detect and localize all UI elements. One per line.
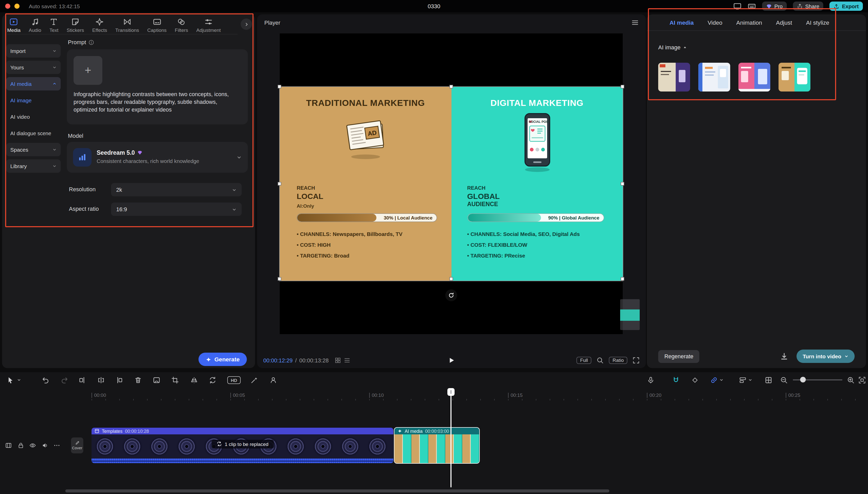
tab-video[interactable]: Video: [707, 20, 722, 26]
pro-badge[interactable]: Pro: [762, 2, 787, 11]
tab-adjustment[interactable]: Adjustment: [196, 17, 221, 33]
ai-image-thumbnail-4[interactable]: [778, 63, 810, 92]
chevron-down-icon[interactable]: [15, 374, 23, 386]
cover-button[interactable]: Cover: [71, 437, 83, 453]
zoom-out-icon[interactable]: [777, 374, 790, 386]
turn-into-video-button[interactable]: Turn into video: [796, 349, 855, 363]
sidebar-item-spaces[interactable]: Spaces: [6, 143, 61, 156]
selection-handle[interactable]: [621, 85, 624, 89]
sidebar-item-ai-image[interactable]: AI image: [6, 94, 61, 107]
hd-badge[interactable]: HD: [227, 376, 241, 384]
tab-effects[interactable]: Effects: [92, 17, 107, 33]
list-view-icon[interactable]: [344, 357, 350, 363]
preview-axis-icon[interactable]: [762, 374, 774, 386]
crop-icon[interactable]: [169, 374, 181, 386]
select-tool[interactable]: [4, 374, 16, 386]
tab-text[interactable]: Text: [49, 17, 58, 33]
generate-button[interactable]: Generate: [199, 353, 247, 366]
ai-image-thumbnail-3[interactable]: [738, 63, 770, 92]
export-button[interactable]: Export: [830, 2, 863, 11]
selection-handle[interactable]: [449, 277, 453, 281]
selection-handle[interactable]: [621, 277, 624, 281]
sidebar-item-import[interactable]: Import: [6, 44, 61, 58]
magic-wand-icon[interactable]: [248, 374, 260, 386]
mask-icon[interactable]: [150, 374, 163, 386]
zoom-in-icon[interactable]: [844, 374, 857, 386]
timeline-scrollbar[interactable]: [65, 489, 609, 492]
ratio-button[interactable]: Ratio: [609, 357, 627, 364]
play-button[interactable]: [448, 357, 455, 364]
hide-track-icon[interactable]: [26, 439, 39, 451]
timeline-clip-templates[interactable]: Templates 00:00:10:28 1 clip to be repla…: [92, 428, 393, 463]
selection-handle[interactable]: [449, 85, 453, 89]
tab-ai-stylize[interactable]: AI stylize: [806, 20, 829, 26]
model-selector[interactable]: Seedream 5.0 Consistent characters, rich…: [67, 142, 248, 173]
keyboard-shortcuts-icon[interactable]: [748, 2, 756, 10]
fullscreen-icon[interactable]: [633, 357, 640, 364]
main-track-icon[interactable]: [2, 439, 14, 451]
split-left-icon[interactable]: [76, 374, 89, 386]
canvas-image[interactable]: TRADITIONAL MARKETING AD REACH LOCAL: [280, 87, 623, 281]
sidebar-item-ai-video[interactable]: AI video: [6, 110, 61, 124]
tab-captions[interactable]: Captions: [147, 17, 167, 33]
tab-adjust[interactable]: Adjust: [776, 20, 792, 26]
display-settings-icon[interactable]: [733, 2, 741, 10]
more-options-icon[interactable]: [51, 439, 63, 451]
ai-image-section-header[interactable]: AI image: [658, 44, 687, 50]
sidebar-item-library[interactable]: Library: [6, 159, 61, 173]
split-icon[interactable]: [95, 374, 107, 386]
tab-animation[interactable]: Animation: [736, 20, 762, 26]
full-screen-preview-button[interactable]: Full: [577, 357, 591, 364]
redo-icon[interactable]: [58, 374, 71, 386]
magnet-snapping-icon[interactable]: [669, 374, 682, 386]
lock-track-icon[interactable]: [14, 439, 27, 451]
split-right-icon[interactable]: [113, 374, 125, 386]
fit-zoom-icon[interactable]: [597, 357, 604, 364]
timeline-clip-ai-media[interactable]: AI media 00:00:03:00: [394, 428, 479, 463]
timeline-ruler[interactable]: [0, 391, 868, 400]
keyframe-icon[interactable]: [688, 374, 701, 386]
chevron-down-icon[interactable]: [718, 374, 725, 386]
sidebar-item-ai-dialogue-scene[interactable]: AI dialogue scene: [6, 127, 61, 140]
canvas-scroll-indicator[interactable]: [620, 299, 640, 330]
tab-filters[interactable]: Filters: [175, 17, 188, 33]
more-tabs-button[interactable]: [241, 19, 252, 30]
tab-transitions[interactable]: Transitions: [115, 17, 139, 33]
selection-handle[interactable]: [278, 182, 281, 186]
reference-image-upload[interactable]: +: [74, 56, 102, 85]
record-voiceover-icon[interactable]: [644, 374, 657, 386]
ai-image-thumbnail-1[interactable]: [658, 63, 690, 92]
aspect-ratio-select[interactable]: 16:9: [111, 203, 242, 216]
tab-ai-media[interactable]: AI media: [669, 20, 694, 26]
regenerate-button[interactable]: Regenerate: [658, 350, 700, 363]
grid-view-icon[interactable]: [335, 357, 341, 363]
share-button[interactable]: Share: [793, 2, 824, 11]
timeline-zoom-handle[interactable]: [800, 377, 806, 382]
player-options-icon[interactable]: [631, 19, 639, 26]
mute-track-icon[interactable]: [39, 439, 51, 451]
fit-timeline-icon[interactable]: [856, 374, 868, 386]
mirror-icon[interactable]: [188, 374, 200, 386]
tab-audio[interactable]: Audio: [29, 17, 41, 33]
prompt-text[interactable]: Infographic highlighting contrasts betwe…: [74, 91, 241, 113]
clip-replace-overlay[interactable]: 1 clip to be replaced: [211, 439, 273, 448]
replace-icon[interactable]: [206, 374, 219, 386]
rotate-handle-icon[interactable]: [445, 289, 457, 301]
sidebar-item-ai-media[interactable]: AI media: [6, 77, 61, 91]
selection-handle[interactable]: [278, 277, 281, 281]
download-icon[interactable]: [780, 352, 788, 360]
info-icon[interactable]: [89, 39, 94, 45]
tab-media[interactable]: Media: [7, 17, 21, 33]
person-cutout-icon[interactable]: [267, 374, 279, 386]
selection-handle[interactable]: [278, 85, 281, 89]
selection-handle[interactable]: [621, 182, 624, 186]
delete-icon[interactable]: [132, 374, 144, 386]
chevron-down-icon[interactable]: [747, 374, 754, 386]
playhead[interactable]: [450, 393, 452, 487]
playhead-handle[interactable]: [447, 388, 455, 396]
sidebar-item-yours[interactable]: Yours: [6, 61, 61, 74]
resolution-select[interactable]: 2k: [111, 183, 242, 196]
ai-image-thumbnail-2[interactable]: [698, 63, 730, 92]
tab-stickers[interactable]: Stickers: [67, 17, 84, 33]
undo-icon[interactable]: [39, 374, 52, 386]
